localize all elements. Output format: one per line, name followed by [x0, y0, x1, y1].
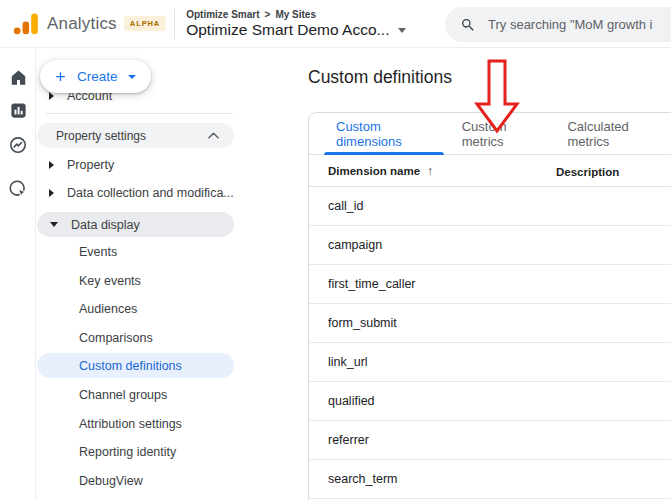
- nav-item-events[interactable]: Events: [36, 243, 256, 261]
- table-row[interactable]: referrer: [309, 421, 671, 460]
- nav-divider: [46, 113, 233, 114]
- dimension-name-cell: referrer: [309, 433, 556, 447]
- column-header-description[interactable]: Description: [556, 162, 671, 180]
- nav-item-comparisons[interactable]: Comparisons: [36, 329, 256, 347]
- nav-item-debugview[interactable]: DebugView: [36, 472, 256, 490]
- tab-label: Custom dimensions: [336, 119, 432, 149]
- column-header-dimension-name[interactable]: Dimension name ↑: [309, 164, 556, 178]
- breadcrumb: Optimize Smart > My Sites: [186, 9, 406, 20]
- property-selector[interactable]: Optimize Smart Demo Acco...: [186, 21, 406, 39]
- dimension-name-cell: first_time_caller: [309, 277, 556, 291]
- nav-item-attribution-settings[interactable]: Attribution settings: [36, 415, 256, 433]
- tab-calculated-metrics[interactable]: Calculated metrics: [552, 113, 671, 154]
- tab-label: Custom metrics: [462, 119, 538, 149]
- plus-icon: [53, 69, 68, 84]
- table-row[interactable]: qualified: [309, 382, 671, 421]
- dimension-name-cell: campaign: [309, 238, 556, 252]
- nav-item-label: Attribution settings: [79, 417, 182, 431]
- chevron-down-icon: [128, 75, 136, 79]
- account-context: Optimize Smart > My Sites Optimize Smart…: [186, 9, 406, 39]
- section-property-settings[interactable]: Property settings: [37, 123, 234, 148]
- dimension-name-cell: search_term: [309, 472, 556, 486]
- create-button[interactable]: Create: [40, 60, 151, 93]
- breadcrumb-section[interactable]: My Sites: [275, 9, 316, 20]
- nav-item-label: Data collection and modifica...: [67, 186, 234, 200]
- create-button-label: Create: [77, 69, 118, 84]
- nav-item-custom-definitions-active[interactable]: Custom definitions: [37, 353, 234, 378]
- custom-definitions-card: Custom dimensions Custom metrics Calcula…: [308, 112, 671, 500]
- search-icon: [460, 17, 476, 33]
- nav-item-key-events[interactable]: Key events: [36, 272, 256, 290]
- table-header: Dimension name ↑ Description: [309, 155, 671, 187]
- app-header: Analytics ALPHA Optimize Smart > My Site…: [0, 0, 671, 48]
- nav-item-label: Channel groups: [79, 388, 167, 402]
- alpha-badge: ALPHA: [124, 16, 166, 31]
- nav-item-data-display[interactable]: Data display: [37, 212, 234, 237]
- tab-label: Calculated metrics: [567, 119, 657, 149]
- reports-icon[interactable]: [7, 99, 29, 121]
- analytics-logo[interactable]: Analytics ALPHA: [0, 13, 166, 35]
- explore-icon[interactable]: [7, 134, 29, 156]
- nav-item-label: Data display: [71, 218, 140, 232]
- property-selector-label: Optimize Smart Demo Acco...: [186, 21, 389, 39]
- advertising-icon[interactable]: [7, 178, 29, 200]
- search-bar[interactable]: [445, 7, 671, 42]
- nav-item-label: Property: [67, 158, 114, 172]
- header-divider: [174, 9, 175, 39]
- nav-item-reporting-identity[interactable]: Reporting identity: [36, 443, 256, 461]
- nav-item-data-collection[interactable]: Data collection and modifica...: [36, 184, 246, 202]
- collapsed-arrow-icon: [49, 161, 54, 169]
- table-row[interactable]: search_term: [309, 460, 671, 499]
- nav-item-channel-groups[interactable]: Channel groups: [36, 386, 256, 404]
- product-name: Analytics: [47, 14, 117, 34]
- settings-nav: Account Create Property settings Propert…: [36, 48, 285, 500]
- chevron-up-icon: [208, 132, 219, 139]
- dimension-name-cell: link_url: [309, 355, 556, 369]
- active-tab-underline: [324, 152, 444, 155]
- dimension-name-cell: call_id: [309, 199, 556, 213]
- nav-item-label: DebugView: [79, 474, 143, 488]
- tab-custom-metrics[interactable]: Custom metrics: [447, 113, 553, 154]
- main-content: Custom definitions Custom dimensions Cus…: [285, 48, 671, 500]
- left-icon-rail: [0, 48, 36, 500]
- tab-custom-dimensions[interactable]: Custom dimensions: [321, 113, 447, 154]
- sort-ascending-icon: ↑: [427, 164, 433, 178]
- table-row[interactable]: form_submit: [309, 304, 671, 343]
- collapsed-arrow-icon: [49, 92, 54, 100]
- nav-item-label: Audiences: [79, 302, 137, 316]
- dimension-name-cell: form_submit: [309, 316, 556, 330]
- nav-item-label: Key events: [79, 274, 141, 288]
- expanded-arrow-icon: [50, 222, 58, 227]
- tab-bar: Custom dimensions Custom metrics Calcula…: [309, 113, 671, 155]
- breadcrumb-account[interactable]: Optimize Smart: [186, 9, 259, 20]
- ga4-admin-screen: Analytics ALPHA Optimize Smart > My Site…: [0, 0, 671, 500]
- section-label: Property settings: [56, 129, 146, 143]
- table-row[interactable]: call_id: [309, 187, 671, 226]
- analytics-logo-icon: [13, 13, 38, 35]
- nav-item-property[interactable]: Property: [36, 156, 246, 174]
- table-row[interactable]: first_time_caller: [309, 265, 671, 304]
- breadcrumb-separator: >: [265, 9, 271, 20]
- table-row[interactable]: link_url: [309, 343, 671, 382]
- search-input[interactable]: [488, 17, 671, 32]
- nav-item-audiences[interactable]: Audiences: [36, 300, 256, 318]
- page-title: Custom definitions: [308, 67, 452, 88]
- dimension-name-cell: qualified: [309, 394, 556, 408]
- home-icon[interactable]: [7, 66, 29, 88]
- nav-item-label: Comparisons: [79, 331, 153, 345]
- nav-item-label: Custom definitions: [79, 359, 182, 373]
- table-row[interactable]: campaign: [309, 226, 671, 265]
- collapsed-arrow-icon: [49, 189, 54, 197]
- nav-item-label: Reporting identity: [79, 445, 176, 459]
- nav-item-label: Events: [79, 245, 117, 259]
- chevron-down-icon: [398, 28, 406, 33]
